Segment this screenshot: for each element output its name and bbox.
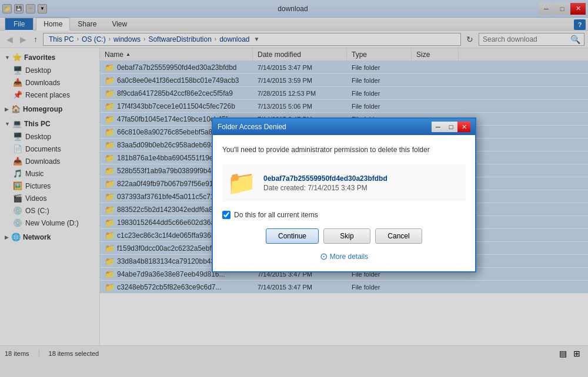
dialog-message: You'll need to provide administrator per… bbox=[222, 144, 466, 155]
dialog-title-bar: Folder Access Denied ─ □ ✕ bbox=[213, 119, 475, 135]
dialog-body: You'll need to provide administrator per… bbox=[213, 135, 475, 271]
dialog-maximize-button[interactable]: □ bbox=[445, 122, 457, 132]
dialog-file-date: Date created: 7/14/2015 3:43 PM bbox=[263, 184, 387, 192]
dialog-checkbox-row: Do this for all current items bbox=[222, 211, 466, 219]
dialog-close-button[interactable]: ✕ bbox=[457, 122, 470, 132]
folder-access-denied-dialog: Folder Access Denied ─ □ ✕ You'll need t… bbox=[212, 117, 476, 272]
more-details-arrow-icon: ⊙ bbox=[320, 251, 328, 262]
dialog-checkbox-label: Do this for all current items bbox=[234, 211, 318, 219]
do-all-checkbox[interactable] bbox=[222, 211, 230, 219]
dialog-folder-icon: 📁 bbox=[227, 169, 256, 197]
cancel-button[interactable]: Cancel bbox=[375, 228, 422, 244]
more-details-row[interactable]: ⊙ More details bbox=[222, 251, 466, 262]
dialog-buttons: Continue Skip Cancel bbox=[222, 228, 466, 244]
more-details-label: More details bbox=[330, 253, 368, 261]
skip-button[interactable]: Skip bbox=[323, 228, 370, 244]
dialog-file-name: 0ebaf7a7b25559950fd4ed30a23bfdbd bbox=[263, 174, 387, 183]
dialog-file-details: 0ebaf7a7b25559950fd4ed30a23bfdbd Date cr… bbox=[263, 174, 387, 192]
dialog-title: Folder Access Denied bbox=[218, 123, 432, 131]
dialog-minimize-button[interactable]: ─ bbox=[432, 122, 445, 132]
continue-button[interactable]: Continue bbox=[266, 228, 319, 244]
dialog-file-info: 📁 0ebaf7a7b25559950fd4ed30a23bfdbd Date … bbox=[222, 164, 466, 201]
